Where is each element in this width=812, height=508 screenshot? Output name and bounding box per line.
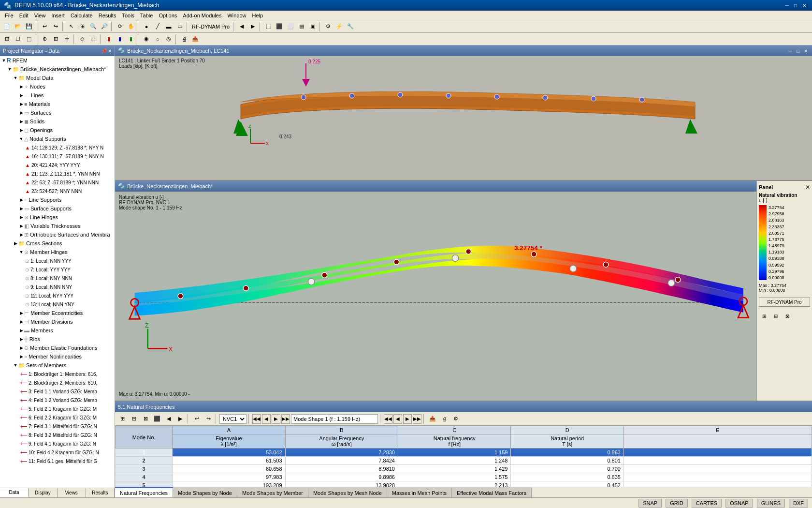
tree-set-2[interactable]: ⟵ 3: Feld 1.1 Vorland GZG: Memb [0, 387, 115, 396]
tree-mh-2[interactable]: ⊙ 8: Local; NNY NNN [0, 274, 115, 283]
tree-surfaces[interactable]: ▶ ▭ Surfaces [0, 108, 115, 117]
tb-node[interactable]: ● [141, 21, 152, 32]
menu-view[interactable]: View [31, 12, 49, 19]
tb-undo[interactable]: ↩ [39, 21, 50, 32]
btab-natural-freq[interactable]: Natural Frequencies [115, 487, 173, 497]
tb-zoom-all[interactable]: ⊞ [77, 21, 87, 32]
tb-more3[interactable]: ⬜ [285, 21, 296, 32]
expand-lines[interactable]: ▶ [18, 93, 24, 98]
nav-close[interactable]: ✕ [108, 48, 112, 54]
tb2-view1[interactable]: ⊞ [1, 34, 12, 45]
table-tb-5[interactable]: ◀ [163, 414, 174, 424]
minimize-button[interactable]: ─ [783, 2, 791, 9]
tree-lines[interactable]: ▶ — Lines [0, 91, 115, 100]
expand-openings[interactable]: ▶ [18, 128, 24, 133]
tb2-color1[interactable]: ▮ [103, 34, 114, 45]
tb-member[interactable]: ▬ [163, 21, 174, 32]
table-tb-8[interactable]: ↪ [203, 414, 214, 424]
tb2-snap[interactable]: ⊕ [39, 34, 50, 45]
table-print[interactable]: 🖨 [439, 414, 450, 424]
menu-table[interactable]: Table [137, 12, 156, 19]
tb-save[interactable]: 💾 [24, 21, 34, 32]
tb-line[interactable]: ╱ [152, 21, 163, 32]
status-osnap[interactable]: OSNAP [725, 499, 753, 508]
tb-pan[interactable]: ✋ [126, 21, 136, 32]
tree-member-hinges[interactable]: ▼ ⊙ Member Hinges [0, 248, 115, 256]
tb-prev[interactable]: ◀ [236, 21, 247, 32]
expand-line-supports[interactable]: ▶ [18, 197, 24, 202]
tree-member-eccentricities[interactable]: ▶ ⊢ Member Eccentricities [0, 309, 115, 317]
expand-member-hinges[interactable]: ▼ [18, 250, 24, 254]
tab-data[interactable]: Data [0, 488, 29, 497]
tree-ribs[interactable]: ▶ ╪ Ribs [0, 335, 115, 344]
panel-tool-2[interactable]: ⊟ [770, 311, 781, 321]
tree-member-nonlin[interactable]: ▶ ≈ Member Nonlinearities [0, 352, 115, 361]
expand-surface-supports[interactable]: ▶ [18, 206, 24, 211]
expand-member-ecc[interactable]: ▶ [18, 311, 24, 315]
tb2-render1[interactable]: ◉ [141, 34, 152, 45]
status-cartes[interactable]: CARTES [692, 499, 722, 508]
tb2-view3[interactable]: ⬚ [24, 34, 34, 45]
tb-new[interactable]: 📄 [1, 21, 12, 32]
tree-set-5[interactable]: ⟵ 6: Feld 2.2 Kragarm für GZG: M [0, 413, 115, 422]
maximize-button[interactable]: □ [792, 2, 799, 9]
tree-surface-supports[interactable]: ▶ ▭ Surface Supports [0, 204, 115, 213]
tb-calc3[interactable]: 🔧 [345, 21, 356, 32]
tree-solids[interactable]: ▶ ◼ Solids [0, 117, 115, 126]
tree-mh-4[interactable]: ⊙ 12: Local; NYY YYY [0, 291, 115, 300]
tb-more2[interactable]: ⬛ [274, 21, 285, 32]
table-row[interactable]: 3 80.658 8.9810 1.429 0.700 [116, 465, 812, 473]
tree-mh-0[interactable]: ⊙ 1: Local; NNN YYY [0, 256, 115, 265]
expand-surfaces[interactable]: ▶ [18, 110, 24, 115]
expand-ribs[interactable]: ▶ [18, 337, 24, 342]
table-tb-7[interactable]: ↩ [191, 414, 202, 424]
rf-dynam-pro-button[interactable]: RF-DYNAM Pro [759, 298, 810, 307]
btab-mode-mesh[interactable]: Mode Shapes by Mesh Node [308, 487, 387, 497]
expand-nodal-supports[interactable]: ▼ [18, 136, 24, 141]
tb2-persp[interactable]: ◇ [77, 34, 87, 45]
tb-more5[interactable]: ▣ [307, 21, 318, 32]
tb-redo[interactable]: ↪ [50, 21, 61, 32]
tree-sets-members[interactable]: ▼ 📁 Sets of Members [0, 361, 115, 370]
btab-mode-member[interactable]: Mode Shapes by Member [237, 487, 308, 497]
nav-pin[interactable]: 📌 [101, 48, 107, 54]
tree-materials[interactable]: ▶ ■ Materials [0, 100, 115, 108]
table-tb-1[interactable]: ⊞ [117, 414, 128, 424]
tree-set-4[interactable]: ⟵ 5: Feld 2.1 Kragarm für GZG: M [0, 404, 115, 413]
tree-project[interactable]: ▼ 📁 Brücke_Neckartenzlingen_Miebach* [0, 65, 115, 74]
table-tb-3[interactable]: ⊠ [140, 414, 151, 424]
table-row[interactable]: 2 61.503 7.8424 1.248 0.801 [116, 457, 812, 465]
tree-openings[interactable]: ▶ ◻ Openings [0, 126, 115, 134]
menu-edit[interactable]: Edit [16, 12, 31, 19]
status-snap[interactable]: SNAP [638, 499, 662, 508]
panel-tool-1[interactable]: ⊞ [759, 311, 769, 321]
tb2-print[interactable]: 🖨 [179, 34, 189, 45]
tree-nodal-support-1[interactable]: ▲ 16: 130,131; Z -67.8189 *; NNY N [0, 152, 115, 161]
tb-calc2[interactable]: ⚡ [334, 21, 345, 32]
menu-addon[interactable]: Add-on Modules [180, 12, 224, 19]
status-dxf[interactable]: DXF [789, 499, 808, 508]
tree-nodal-supports[interactable]: ▼ △ Nodal Supports [0, 134, 115, 143]
tb2-grid[interactable]: ⊞ [50, 34, 61, 45]
menu-tools[interactable]: Tools [119, 12, 137, 19]
btab-mode-node[interactable]: Mode Shapes by Node [173, 487, 237, 497]
menu-help[interactable]: Help [249, 12, 266, 19]
tree-nodal-support-3[interactable]: ▲ 21: 123; Z 112.181 *; YNN NNN [0, 169, 115, 178]
tree-cross-sections[interactable]: ▶ 📁 Cross-Sections [0, 239, 115, 248]
tree-set-0[interactable]: ⟵ 1: Blockträger 1: Members: 616, [0, 370, 115, 378]
expand-materials[interactable]: ▶ [18, 102, 24, 106]
tb-calc1[interactable]: ⚙ [323, 21, 334, 32]
table-row[interactable]: 5 193.289 13.9028 2.213 0.452 [116, 481, 812, 487]
expand-member-div[interactable]: ▶ [18, 319, 24, 324]
expand-project[interactable]: ▼ [7, 67, 13, 72]
tree-orthotropic[interactable]: ▶ ⊞ Orthotropic Surfaces and Membra [0, 230, 115, 239]
tb-select[interactable]: ↖ [66, 21, 76, 32]
expand-rfem[interactable]: ▼ [1, 58, 7, 63]
menu-results[interactable]: Results [96, 12, 119, 19]
status-grid[interactable]: GRID [666, 499, 688, 508]
tree-members[interactable]: ▶ ▬ Members [0, 326, 115, 335]
table-container[interactable]: Mode No. A B C D E Eigenvalue λ [1/s²] [115, 426, 812, 487]
tree-set-7[interactable]: ⟵ 8: Feld 3.2 Mittelfeld für GZG: N [0, 431, 115, 439]
nvc-select[interactable]: NVC1 [219, 414, 246, 424]
tb-next[interactable]: ▶ [247, 21, 258, 32]
